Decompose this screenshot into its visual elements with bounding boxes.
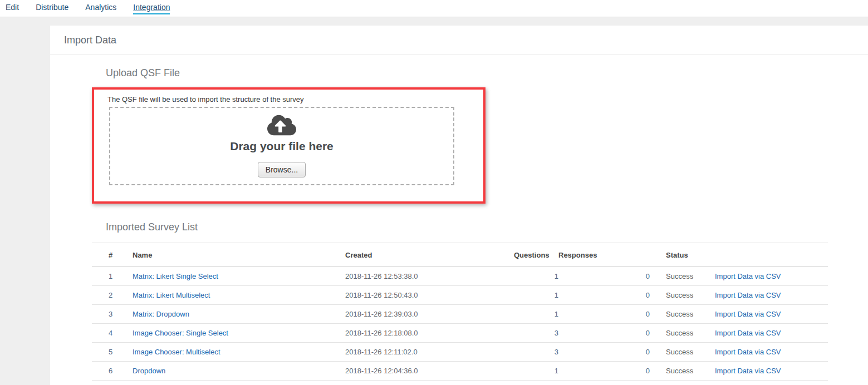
nav-tab-integration[interactable]: Integration — [133, 0, 170, 14]
main-panel: Import Data Upload QSF File The QSF file… — [50, 26, 868, 385]
row-questions: 3 — [514, 343, 558, 362]
survey-name-link[interactable]: Matrix: Likert Multiselect — [133, 291, 210, 299]
row-status: Success — [650, 343, 715, 362]
row-created: 2018-11-26 12:50:43.0 — [345, 286, 514, 305]
browse-button[interactable]: Browse... — [258, 162, 306, 177]
page-title: Import Data — [50, 26, 868, 55]
column-header-responses: Responses — [558, 243, 650, 267]
row-index: 3 — [92, 305, 133, 324]
nav-tabs: EditDistributeAnalyticsIntegration — [0, 0, 868, 17]
column-header-status: Status — [650, 243, 715, 267]
row-questions: 1 — [514, 305, 558, 324]
row-responses: 0 — [558, 343, 650, 362]
row-questions: 1 — [514, 267, 558, 286]
nav-tab-analytics[interactable]: Analytics — [85, 0, 116, 12]
row-responses: 0 — [558, 362, 650, 381]
top-navbar: EditDistributeAnalyticsIntegration — [0, 0, 868, 17]
row-index: 2 — [92, 286, 133, 305]
red-annotation-box: The QSF file will be used to import the … — [92, 87, 486, 204]
table-row: 6 Dropdown 2018-11-26 12:04:36.0 1 0 Suc… — [92, 362, 828, 381]
row-status: Success — [650, 324, 715, 343]
table-row: 1 Matrix: Likert Single Select 2018-11-2… — [92, 267, 828, 286]
column-header-created: Created — [345, 243, 514, 267]
qsf-description: The QSF file will be used to import the … — [107, 95, 304, 103]
row-status: Success — [650, 362, 715, 381]
column-header-questions: Questions — [514, 243, 558, 267]
import-csv-link[interactable]: Import Data via CSV — [715, 348, 781, 356]
imported-survey-table: # Name Created Questions Responses Statu… — [92, 243, 828, 381]
row-index: 4 — [92, 324, 133, 343]
row-responses: 0 — [558, 267, 650, 286]
row-index: 5 — [92, 343, 133, 362]
row-responses: 0 — [558, 305, 650, 324]
survey-name-link[interactable]: Matrix: Likert Single Select — [133, 272, 218, 280]
survey-name-link[interactable]: Image Chooser: Multiselect — [133, 348, 220, 356]
import-csv-link[interactable]: Import Data via CSV — [715, 291, 781, 299]
survey-name-link[interactable]: Matrix: Dropdown — [133, 310, 189, 318]
row-index: 6 — [92, 362, 133, 381]
nav-tab-edit[interactable]: Edit — [6, 0, 19, 12]
column-header-name: Name — [133, 243, 345, 267]
table-row: 2 Matrix: Likert Multiselect 2018-11-26 … — [92, 286, 828, 305]
dropzone-label: Drag your file here — [230, 140, 334, 153]
row-status: Success — [650, 286, 715, 305]
row-created: 2018-11-26 12:39:03.0 — [345, 305, 514, 324]
nav-tab-distribute[interactable]: Distribute — [36, 0, 68, 12]
table-row: 5 Image Chooser: Multiselect 2018-11-26 … — [92, 343, 828, 362]
row-responses: 0 — [558, 286, 650, 305]
column-header-action — [715, 243, 828, 267]
row-questions: 1 — [514, 286, 558, 305]
row-created: 2018-11-26 12:18:08.0 — [345, 324, 514, 343]
import-csv-link[interactable]: Import Data via CSV — [715, 310, 781, 318]
upload-section-heading: Upload QSF File — [106, 67, 180, 79]
import-csv-link[interactable]: Import Data via CSV — [715, 272, 781, 280]
table-row: 3 Matrix: Dropdown 2018-11-26 12:39:03.0… — [92, 305, 828, 324]
survey-name-link[interactable]: Dropdown — [133, 367, 165, 375]
row-created: 2018-11-26 12:04:36.0 — [345, 362, 514, 381]
row-status: Success — [650, 267, 715, 286]
row-status: Success — [650, 305, 715, 324]
table-header-row: # Name Created Questions Responses Statu… — [92, 243, 828, 267]
import-csv-link[interactable]: Import Data via CSV — [715, 367, 781, 375]
row-responses: 0 — [558, 324, 650, 343]
column-header-index: # — [92, 243, 133, 267]
table-row: 4 Image Chooser: Single Select 2018-11-2… — [92, 324, 828, 343]
import-csv-link[interactable]: Import Data via CSV — [715, 329, 781, 337]
row-questions: 1 — [514, 362, 558, 381]
row-created: 2018-11-26 12:53:38.0 — [345, 267, 514, 286]
file-dropzone[interactable]: Drag your file here Browse... — [109, 107, 454, 185]
survey-name-link[interactable]: Image Chooser: Single Select — [133, 329, 228, 337]
row-created: 2018-11-26 12:11:02.0 — [345, 343, 514, 362]
cloud-upload-icon — [267, 113, 296, 137]
row-questions: 3 — [514, 324, 558, 343]
survey-list-heading: Imported Survey List — [106, 221, 198, 233]
row-index: 1 — [92, 267, 133, 286]
